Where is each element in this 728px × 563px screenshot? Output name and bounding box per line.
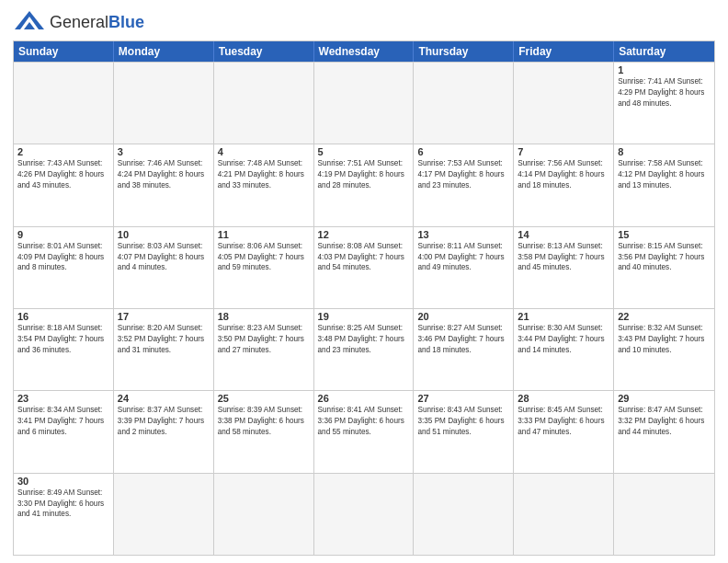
day-number: 9: [17, 229, 109, 240]
empty-cell-5-3: [314, 474, 415, 555]
day-info: Sunrise: 8:39 AM Sunset: 3:38 PM Dayligh…: [218, 405, 310, 438]
header-cell-thursday: Thursday: [414, 41, 514, 62]
day-info: Sunrise: 8:32 AM Sunset: 3:43 PM Dayligh…: [618, 323, 711, 356]
calendar-body: 1Sunrise: 7:41 AM Sunset: 4:29 PM Daylig…: [14, 62, 714, 555]
day-info: Sunrise: 8:23 AM Sunset: 3:50 PM Dayligh…: [218, 323, 310, 356]
day-info: Sunrise: 8:30 AM Sunset: 3:44 PM Dayligh…: [518, 323, 609, 356]
day-number: 12: [318, 229, 410, 240]
day-number: 18: [218, 311, 310, 322]
day-info: Sunrise: 7:48 AM Sunset: 4:21 PM Dayligh…: [218, 158, 310, 191]
day-cell-4: 4Sunrise: 7:48 AM Sunset: 4:21 PM Daylig…: [214, 144, 314, 225]
day-info: Sunrise: 7:46 AM Sunset: 4:24 PM Dayligh…: [118, 158, 210, 191]
empty-cell-5-2: [214, 474, 314, 555]
day-number: 20: [417, 311, 509, 322]
day-info: Sunrise: 8:08 AM Sunset: 4:03 PM Dayligh…: [318, 241, 410, 274]
calendar-row-1: 2Sunrise: 7:43 AM Sunset: 4:26 PM Daylig…: [14, 144, 714, 225]
day-cell-18: 18Sunrise: 8:23 AM Sunset: 3:50 PM Dayli…: [214, 309, 314, 390]
day-number: 1: [618, 64, 711, 75]
day-number: 14: [518, 229, 609, 240]
day-number: 24: [118, 393, 210, 404]
empty-cell-0-3: [314, 63, 415, 144]
day-cell-23: 23Sunrise: 8:34 AM Sunset: 3:41 PM Dayli…: [14, 391, 114, 472]
empty-cell-0-0: [14, 63, 114, 144]
day-info: Sunrise: 8:20 AM Sunset: 3:52 PM Dayligh…: [118, 323, 210, 356]
day-info: Sunrise: 8:01 AM Sunset: 4:09 PM Dayligh…: [17, 241, 109, 274]
day-info: Sunrise: 7:43 AM Sunset: 4:26 PM Dayligh…: [17, 158, 109, 191]
day-cell-3: 3Sunrise: 7:46 AM Sunset: 4:24 PM Daylig…: [114, 144, 214, 225]
day-cell-7: 7Sunrise: 7:56 AM Sunset: 4:14 PM Daylig…: [514, 144, 614, 225]
day-number: 4: [218, 146, 310, 157]
calendar-row-4: 23Sunrise: 8:34 AM Sunset: 3:41 PM Dayli…: [14, 390, 714, 472]
day-cell-14: 14Sunrise: 8:13 AM Sunset: 3:58 PM Dayli…: [514, 227, 614, 308]
day-number: 8: [618, 146, 711, 157]
top-section: GeneralBlue: [13, 9, 715, 35]
day-number: 6: [417, 146, 509, 157]
empty-cell-5-4: [414, 474, 514, 555]
empty-cell-0-5: [514, 63, 614, 144]
day-cell-2: 2Sunrise: 7:43 AM Sunset: 4:26 PM Daylig…: [14, 144, 114, 225]
empty-cell-5-5: [514, 474, 614, 555]
day-number: 23: [17, 393, 109, 404]
day-cell-29: 29Sunrise: 8:47 AM Sunset: 3:32 PM Dayli…: [614, 391, 714, 472]
day-cell-17: 17Sunrise: 8:20 AM Sunset: 3:52 PM Dayli…: [114, 309, 214, 390]
empty-cell-0-4: [414, 63, 514, 144]
day-cell-6: 6Sunrise: 7:53 AM Sunset: 4:17 PM Daylig…: [414, 144, 514, 225]
day-info: Sunrise: 8:49 AM Sunset: 3:30 PM Dayligh…: [17, 488, 109, 521]
logo-text: GeneralBlue: [50, 13, 144, 32]
day-cell-20: 20Sunrise: 8:27 AM Sunset: 3:46 PM Dayli…: [414, 309, 514, 390]
day-cell-10: 10Sunrise: 8:03 AM Sunset: 4:07 PM Dayli…: [114, 227, 214, 308]
calendar-row-3: 16Sunrise: 8:18 AM Sunset: 3:54 PM Dayli…: [14, 308, 714, 390]
day-number: 25: [218, 393, 310, 404]
day-number: 11: [218, 229, 310, 240]
day-number: 13: [417, 229, 509, 240]
calendar-header: SundayMondayTuesdayWednesdayThursdayFrid…: [14, 41, 714, 62]
day-info: Sunrise: 8:43 AM Sunset: 3:35 PM Dayligh…: [417, 405, 509, 438]
empty-cell-0-2: [214, 63, 314, 144]
day-info: Sunrise: 8:15 AM Sunset: 3:56 PM Dayligh…: [618, 241, 711, 274]
day-info: Sunrise: 8:27 AM Sunset: 3:46 PM Dayligh…: [417, 323, 509, 356]
day-number: 15: [618, 229, 711, 240]
day-cell-12: 12Sunrise: 8:08 AM Sunset: 4:03 PM Dayli…: [314, 227, 415, 308]
day-info: Sunrise: 8:06 AM Sunset: 4:05 PM Dayligh…: [218, 241, 310, 274]
day-cell-13: 13Sunrise: 8:11 AM Sunset: 4:00 PM Dayli…: [414, 227, 514, 308]
day-cell-19: 19Sunrise: 8:25 AM Sunset: 3:48 PM Dayli…: [314, 309, 415, 390]
day-cell-21: 21Sunrise: 8:30 AM Sunset: 3:44 PM Dayli…: [514, 309, 614, 390]
logo: GeneralBlue: [13, 9, 144, 35]
empty-cell-5-1: [114, 474, 214, 555]
day-cell-30: 30Sunrise: 8:49 AM Sunset: 3:30 PM Dayli…: [14, 474, 114, 555]
calendar-row-2: 9Sunrise: 8:01 AM Sunset: 4:09 PM Daylig…: [14, 226, 714, 308]
day-number: 28: [518, 393, 609, 404]
day-cell-1: 1Sunrise: 7:41 AM Sunset: 4:29 PM Daylig…: [614, 63, 714, 144]
empty-cell-5-6: [614, 474, 714, 555]
day-number: 21: [518, 311, 609, 322]
day-number: 5: [318, 146, 410, 157]
calendar-row-5: 30Sunrise: 8:49 AM Sunset: 3:30 PM Dayli…: [14, 473, 714, 555]
calendar-page: GeneralBlue SundayMondayTuesdayWednesday…: [0, 0, 728, 563]
day-number: 3: [118, 146, 210, 157]
day-cell-27: 27Sunrise: 8:43 AM Sunset: 3:35 PM Dayli…: [414, 391, 514, 472]
day-info: Sunrise: 8:37 AM Sunset: 3:39 PM Dayligh…: [118, 405, 210, 438]
day-number: 19: [318, 311, 410, 322]
day-cell-22: 22Sunrise: 8:32 AM Sunset: 3:43 PM Dayli…: [614, 309, 714, 390]
day-number: 30: [17, 476, 109, 487]
header-cell-friday: Friday: [514, 41, 614, 62]
day-cell-15: 15Sunrise: 8:15 AM Sunset: 3:56 PM Dayli…: [614, 227, 714, 308]
day-info: Sunrise: 7:51 AM Sunset: 4:19 PM Dayligh…: [318, 158, 410, 191]
day-number: 2: [17, 146, 109, 157]
day-cell-8: 8Sunrise: 7:58 AM Sunset: 4:12 PM Daylig…: [614, 144, 714, 225]
day-cell-9: 9Sunrise: 8:01 AM Sunset: 4:09 PM Daylig…: [14, 227, 114, 308]
day-cell-24: 24Sunrise: 8:37 AM Sunset: 3:39 PM Dayli…: [114, 391, 214, 472]
header-cell-monday: Monday: [114, 41, 214, 62]
day-info: Sunrise: 8:18 AM Sunset: 3:54 PM Dayligh…: [17, 323, 109, 356]
day-number: 17: [118, 311, 210, 322]
day-cell-28: 28Sunrise: 8:45 AM Sunset: 3:33 PM Dayli…: [514, 391, 614, 472]
logo-icon: [13, 9, 46, 35]
day-info: Sunrise: 7:41 AM Sunset: 4:29 PM Dayligh…: [618, 76, 711, 109]
day-info: Sunrise: 8:47 AM Sunset: 3:32 PM Dayligh…: [618, 405, 711, 438]
day-info: Sunrise: 8:34 AM Sunset: 3:41 PM Dayligh…: [17, 405, 109, 438]
day-cell-26: 26Sunrise: 8:41 AM Sunset: 3:36 PM Dayli…: [314, 391, 415, 472]
day-info: Sunrise: 8:13 AM Sunset: 3:58 PM Dayligh…: [518, 241, 609, 274]
day-info: Sunrise: 7:58 AM Sunset: 4:12 PM Dayligh…: [618, 158, 711, 191]
day-cell-16: 16Sunrise: 8:18 AM Sunset: 3:54 PM Dayli…: [14, 309, 114, 390]
day-number: 16: [17, 311, 109, 322]
